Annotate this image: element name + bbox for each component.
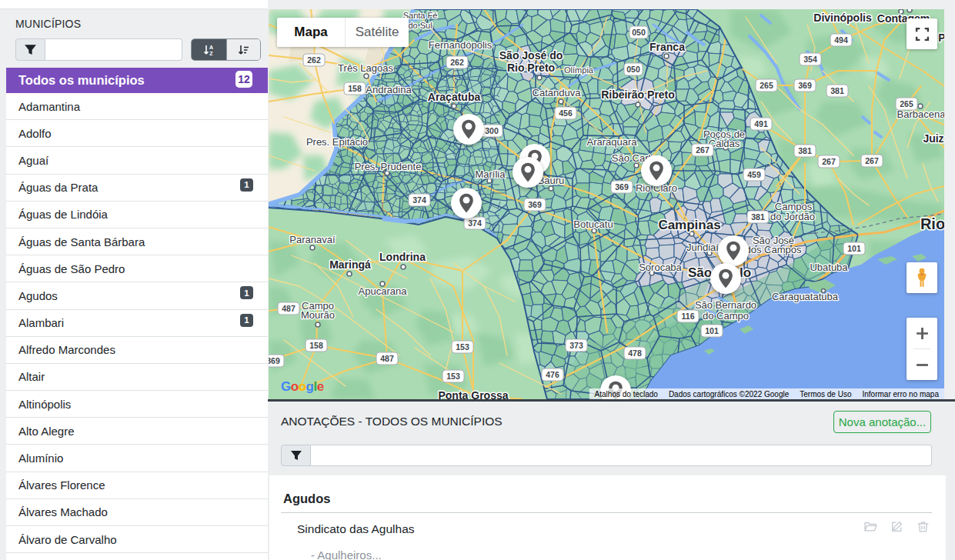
svg-text:265: 265	[900, 99, 913, 108]
svg-text:Londrina: Londrina	[379, 251, 426, 263]
svg-text:Pres. Epitácio: Pres. Epitácio	[306, 136, 368, 148]
svg-text:050: 050	[626, 65, 640, 74]
svg-text:Juiz: Juiz	[923, 132, 943, 145]
svg-text:265: 265	[760, 81, 773, 90]
svg-text:Três Lagoas: Três Lagoas	[338, 62, 393, 74]
svg-text:Fernandópolis: Fernandópolis	[429, 39, 493, 51]
svg-text:153: 153	[456, 342, 469, 352]
svg-text:Pres. Prudente: Pres. Prudente	[355, 161, 422, 172]
svg-text:381: 381	[751, 212, 765, 222]
svg-text:Divinópolis: Divinópolis	[813, 12, 872, 24]
svg-text:Marília: Marília	[475, 168, 506, 180]
svg-text:158: 158	[348, 84, 362, 93]
svg-text:Paranavaí: Paranavaí	[289, 234, 336, 245]
svg-text:101: 101	[847, 244, 861, 253]
svg-text:dos Campos: dos Campos	[746, 244, 802, 255]
svg-text:do Campo: do Campo	[703, 310, 749, 322]
svg-text:381: 381	[830, 86, 844, 95]
svg-text:459: 459	[747, 170, 761, 179]
svg-text:494: 494	[834, 35, 848, 45]
svg-text:153: 153	[446, 372, 460, 381]
svg-text:381: 381	[798, 146, 812, 155]
svg-text:158: 158	[309, 341, 323, 350]
svg-text:369: 369	[798, 81, 812, 90]
svg-text:Maringá: Maringá	[329, 258, 371, 271]
svg-text:050: 050	[632, 28, 646, 37]
svg-text:267: 267	[822, 157, 836, 166]
svg-text:Ribeirão Preto: Ribeirão Preto	[601, 88, 675, 101]
svg-text:262: 262	[307, 55, 321, 65]
svg-text:do Jordão: do Jordão	[770, 211, 815, 222]
svg-text:487: 487	[282, 304, 296, 313]
svg-text:374: 374	[468, 218, 482, 228]
svg-text:Botucatu: Botucatu	[573, 218, 613, 230]
svg-text:116: 116	[682, 312, 695, 321]
svg-text:Ponta Grossa: Ponta Grossa	[438, 389, 508, 399]
svg-text:Catanduva: Catanduva	[533, 87, 582, 98]
svg-text:Franca: Franca	[649, 41, 685, 53]
svg-text:487: 487	[380, 354, 394, 363]
svg-text:456: 456	[559, 108, 573, 118]
svg-text:Mourão: Mourão	[301, 309, 335, 321]
svg-text:Araçatuba: Araçatuba	[428, 91, 481, 103]
svg-text:Andradina: Andradina	[366, 84, 412, 95]
svg-text:369: 369	[615, 182, 629, 192]
svg-text:Caraguatatuba: Caraguatatuba	[772, 291, 839, 302]
svg-text:São José do: São José do	[499, 49, 563, 62]
svg-text:Jundiaí: Jundiaí	[686, 242, 719, 253]
svg-text:Rio Preto: Rio Preto	[507, 62, 555, 74]
svg-text:Z: Z	[210, 50, 214, 55]
svg-text:476: 476	[546, 370, 559, 379]
svg-text:A: A	[209, 44, 213, 49]
svg-text:267: 267	[865, 156, 879, 165]
svg-text:101: 101	[705, 326, 719, 335]
svg-text:478: 478	[628, 348, 642, 358]
svg-text:Araraquara: Araraquara	[586, 136, 637, 148]
svg-text:do Sul: do Sul	[408, 21, 432, 30]
svg-text:374: 374	[412, 195, 426, 205]
svg-text:Apucarana: Apucarana	[359, 285, 408, 297]
svg-text:Rio: Rio	[920, 215, 944, 232]
svg-text:P: P	[938, 32, 944, 44]
svg-text:369: 369	[269, 356, 280, 365]
svg-text:300: 300	[485, 126, 499, 135]
svg-text:354: 354	[803, 55, 817, 64]
svg-text:Olímpia: Olímpia	[564, 65, 594, 75]
svg-text:373: 373	[569, 341, 583, 350]
svg-text:Sorocaba: Sorocaba	[639, 262, 682, 273]
svg-text:Campinas: Campinas	[658, 218, 720, 232]
svg-text:267: 267	[696, 145, 710, 155]
svg-text:262: 262	[450, 58, 464, 67]
svg-text:Ubatuba: Ubatuba	[810, 262, 848, 273]
svg-text:491: 491	[754, 119, 768, 128]
svg-text:São Bernardo: São Bernardo	[695, 299, 756, 311]
svg-text:369: 369	[528, 200, 542, 209]
